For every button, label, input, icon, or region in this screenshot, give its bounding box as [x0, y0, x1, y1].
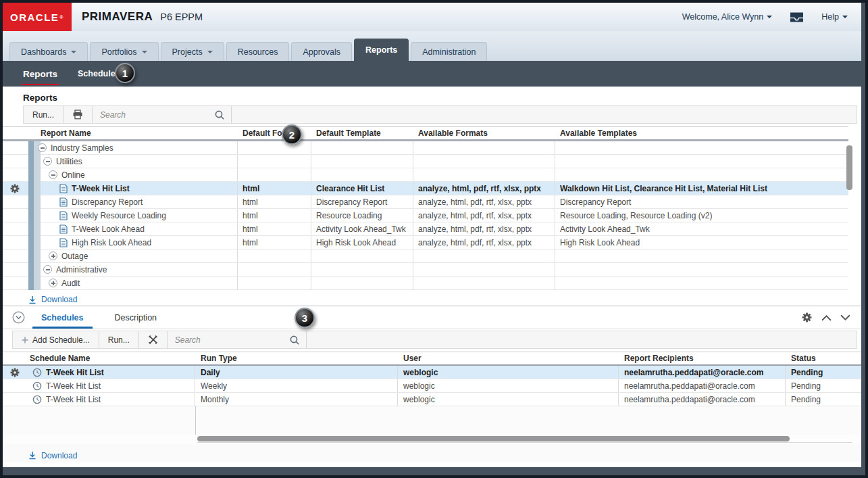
report-name: Weekly Resource Loading	[72, 211, 166, 220]
column-header-report-name[interactable]: Report Name	[27, 127, 238, 139]
available-formats-cell	[413, 249, 555, 262]
expand-node-icon[interactable]	[49, 252, 57, 260]
report-name: Administrative	[56, 265, 107, 274]
table-row[interactable]: T-Week Hit List html Clearance Hit List …	[3, 182, 848, 195]
report-name-cell: Audit	[27, 277, 238, 289]
subnav-item[interactable]: Reports	[23, 69, 57, 79]
table-row[interactable]: Weekly Resource Loading html Resource Lo…	[3, 209, 848, 222]
schedules-panel-controls	[801, 312, 850, 323]
column-header-default-template[interactable]: Default Template	[311, 127, 413, 139]
subnav-item[interactable]: Schedules	[78, 69, 120, 78]
expand-node-icon[interactable]	[49, 279, 57, 287]
available-templates-cell	[555, 141, 848, 154]
run-type-cell: Weekly	[195, 379, 398, 392]
table-row[interactable]: Audit	[3, 277, 848, 290]
collapse-node-icon[interactable]	[43, 265, 52, 274]
column-header-report-recipients[interactable]: Report Recipients	[619, 352, 786, 364]
report-name-cell: Discrepancy Report	[27, 195, 238, 208]
table-row[interactable]: T-Week Look Ahead html Activity Look Ahe…	[3, 222, 848, 236]
add-schedule-label: Add Schedule...	[32, 335, 90, 345]
table-row[interactable]: Utilities	[3, 155, 848, 168]
search-icon[interactable]	[289, 335, 300, 345]
gear-icon[interactable]	[9, 367, 20, 378]
add-schedule-button[interactable]: Add Schedule...	[13, 331, 99, 348]
settings-gear-icon[interactable]	[801, 312, 813, 323]
nav-tab[interactable]: Portfolios	[90, 42, 158, 61]
schedule-name: T-Week Hit List	[46, 395, 101, 404]
status-cell: Pending	[786, 366, 861, 379]
schedule-clock-icon	[32, 381, 42, 391]
nav-tab[interactable]: Projects	[161, 42, 224, 61]
row-actions-gutter	[3, 393, 27, 406]
panel-tab[interactable]: Schedules	[39, 313, 86, 322]
chevron-down-icon[interactable]	[840, 314, 850, 321]
report-name: Industry Samples	[51, 143, 113, 153]
gear-icon[interactable]	[9, 183, 20, 194]
download-link-label[interactable]: Download	[41, 295, 77, 304]
chevron-up-icon[interactable]	[821, 314, 832, 321]
printer-icon	[72, 110, 83, 120]
chevron-down-icon	[767, 16, 772, 18]
schedules-panel: Schedules Description 3	[3, 306, 861, 462]
run-type-cell: Monthly	[195, 393, 398, 406]
table-row[interactable]: Online	[3, 168, 848, 182]
collapse-node-icon[interactable]	[38, 143, 47, 152]
default-template-cell: High Risk Look Ahead	[311, 236, 413, 249]
collapse-node-icon[interactable]	[49, 170, 57, 179]
panel-tab[interactable]: Description	[112, 313, 160, 322]
table-row[interactable]: High Risk Look Ahead html High Risk Look…	[3, 236, 848, 249]
search-icon[interactable]	[214, 110, 225, 120]
user-cell: weblogic	[398, 366, 619, 379]
chevron-down-icon	[142, 51, 147, 53]
inbox-button[interactable]	[789, 11, 805, 24]
run-schedule-button[interactable]: Run...	[99, 331, 139, 348]
table-row[interactable]: Outage	[3, 249, 848, 263]
nav-tab[interactable]: Dashboards	[9, 42, 88, 61]
help-menu[interactable]: Help	[821, 12, 848, 22]
available-formats-cell	[413, 141, 555, 154]
download-icon	[28, 451, 36, 460]
table-row[interactable]: Discrepancy Report html Discrepancy Repo…	[3, 195, 848, 209]
print-button[interactable]	[63, 106, 93, 123]
default-template-cell: Resource Loading	[311, 209, 413, 222]
brand-title: PRIMAVERA	[82, 10, 153, 24]
schedules-search-input[interactable]	[174, 335, 282, 345]
nav-tab[interactable]: Reports	[354, 39, 409, 61]
table-row[interactable]: T-Week Hit List Monthly weblogic neelamr…	[3, 393, 861, 406]
available-templates-cell	[555, 277, 848, 289]
run-button[interactable]: Run...	[24, 106, 63, 123]
default-format-cell: html	[238, 236, 311, 249]
nav-tab[interactable]: Resources	[226, 42, 290, 61]
column-header-available-templates[interactable]: Available Templates	[555, 127, 848, 139]
report-document-icon	[59, 224, 68, 234]
schedules-search	[168, 331, 307, 348]
column-header-user[interactable]: User	[398, 352, 619, 364]
column-header-schedule-name[interactable]: Schedule Name	[27, 352, 195, 364]
table-row[interactable]: T-Week Hit List Weekly weblogic neelamru…	[3, 379, 861, 393]
report-name: T-Week Look Ahead	[72, 224, 145, 234]
reports-download[interactable]: Download	[3, 290, 861, 306]
available-templates-cell: Walkdown Hit List, Clearance Hit List, M…	[555, 182, 848, 195]
schedules-download[interactable]: Download	[3, 444, 861, 462]
column-header-status[interactable]: Status	[786, 352, 861, 364]
user-menu[interactable]: Welcome, Alice Wynn	[682, 12, 773, 22]
customize-button[interactable]	[139, 331, 168, 348]
vertical-scrollbar-thumb[interactable]	[846, 145, 852, 190]
column-header-run-type[interactable]: Run Type	[195, 352, 398, 364]
download-link-label[interactable]: Download	[41, 451, 77, 460]
available-formats-cell: analyze, html, pdf, rtf, xlsx, pptx	[413, 222, 555, 235]
reports-search-input[interactable]	[99, 110, 207, 120]
application-window: ORACLE® PRIMAVERA P6 EPPM Welcome, Alice…	[0, 0, 868, 478]
reports-table-header: Report Name Default Format Default Templ…	[3, 126, 848, 141]
available-templates-cell: Discrepancy Report	[555, 195, 848, 208]
nav-tab[interactable]: Administration	[411, 42, 487, 61]
table-row[interactable]: Industry Samples	[3, 141, 848, 155]
horizontal-scrollbar-thumb[interactable]	[197, 436, 790, 441]
table-row[interactable]: T-Week Hit List Daily weblogic neelamrut…	[3, 366, 861, 379]
column-header-available-formats[interactable]: Available Formats	[413, 127, 555, 139]
default-template-cell: Discrepancy Report	[311, 195, 413, 208]
collapse-node-icon[interactable]	[43, 157, 52, 166]
collapse-panel-button[interactable]	[12, 311, 25, 324]
table-row[interactable]: Administrative	[3, 263, 848, 277]
nav-tab[interactable]: Approvals	[291, 42, 352, 61]
